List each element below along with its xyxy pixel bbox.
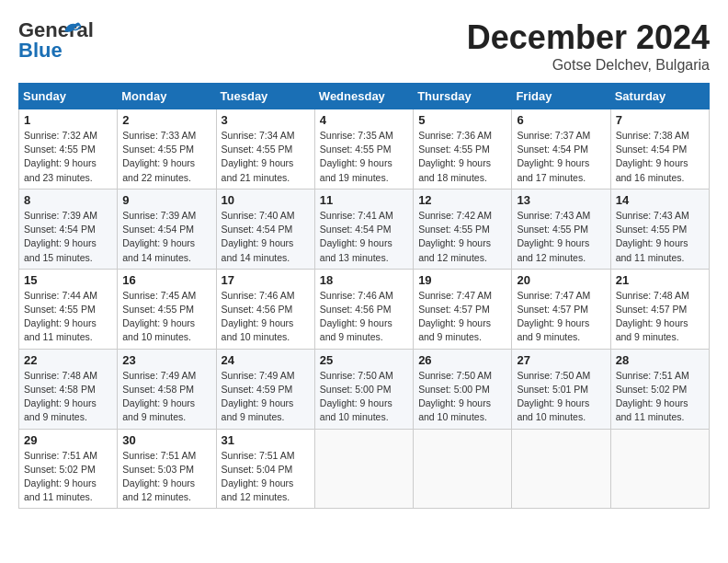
table-row: 26 Sunrise: 7:50 AMSunset: 5:00 PMDaylig… bbox=[414, 349, 512, 429]
day-number: 3 bbox=[222, 113, 310, 127]
day-number: 2 bbox=[122, 113, 210, 127]
day-info: Sunrise: 7:34 AMSunset: 4:55 PMDaylight:… bbox=[222, 130, 295, 183]
logo-blue-text: Blue bbox=[18, 39, 63, 63]
table-row bbox=[512, 429, 610, 509]
table-row: 8 Sunrise: 7:39 AMSunset: 4:54 PMDayligh… bbox=[19, 189, 118, 269]
calendar-week-row: 22 Sunrise: 7:48 AMSunset: 4:58 PMDaylig… bbox=[19, 349, 710, 429]
table-row: 18 Sunrise: 7:46 AMSunset: 4:56 PMDaylig… bbox=[314, 269, 413, 349]
day-info: Sunrise: 7:33 AMSunset: 4:55 PMDaylight:… bbox=[122, 130, 196, 183]
day-number: 20 bbox=[517, 273, 605, 287]
table-row: 9 Sunrise: 7:39 AMSunset: 4:54 PMDayligh… bbox=[118, 189, 216, 269]
day-info: Sunrise: 7:50 AMSunset: 5:00 PMDaylight:… bbox=[418, 370, 492, 423]
day-number: 6 bbox=[517, 113, 605, 127]
header-sunday: Sunday bbox=[19, 84, 118, 109]
day-number: 26 bbox=[418, 353, 506, 367]
logo-bird-icon bbox=[63, 18, 83, 39]
table-row: 24 Sunrise: 7:49 AMSunset: 4:59 PMDaylig… bbox=[216, 349, 314, 429]
table-row bbox=[314, 429, 413, 509]
day-info: Sunrise: 7:35 AMSunset: 4:55 PMDaylight:… bbox=[320, 130, 393, 183]
day-number: 21 bbox=[616, 273, 704, 287]
day-number: 22 bbox=[24, 353, 112, 367]
day-number: 27 bbox=[517, 353, 605, 367]
day-info: Sunrise: 7:49 AMSunset: 4:59 PMDaylight:… bbox=[222, 370, 295, 423]
day-info: Sunrise: 7:45 AMSunset: 4:55 PMDaylight:… bbox=[122, 290, 196, 343]
table-row: 30 Sunrise: 7:51 AMSunset: 5:03 PMDaylig… bbox=[118, 429, 216, 509]
table-row: 6 Sunrise: 7:37 AMSunset: 4:54 PMDayligh… bbox=[512, 109, 610, 190]
table-row: 19 Sunrise: 7:47 AMSunset: 4:57 PMDaylig… bbox=[414, 269, 512, 349]
day-number: 17 bbox=[222, 273, 310, 287]
table-row: 11 Sunrise: 7:41 AMSunset: 4:54 PMDaylig… bbox=[314, 189, 413, 269]
weekday-header-row: Sunday Monday Tuesday Wednesday Thursday… bbox=[19, 84, 710, 109]
day-info: Sunrise: 7:38 AMSunset: 4:54 PMDaylight:… bbox=[616, 130, 689, 183]
table-row: 5 Sunrise: 7:36 AMSunset: 4:55 PMDayligh… bbox=[414, 109, 512, 190]
header-monday: Monday bbox=[118, 84, 216, 109]
day-info: Sunrise: 7:36 AMSunset: 4:55 PMDaylight:… bbox=[418, 130, 492, 183]
table-row: 31 Sunrise: 7:51 AMSunset: 5:04 PMDaylig… bbox=[216, 429, 314, 509]
day-info: Sunrise: 7:47 AMSunset: 4:57 PMDaylight:… bbox=[418, 290, 492, 343]
day-number: 23 bbox=[122, 353, 210, 367]
location: Gotse Delchev, Bulgaria bbox=[467, 57, 710, 74]
table-row: 17 Sunrise: 7:46 AMSunset: 4:56 PMDaylig… bbox=[216, 269, 314, 349]
logo: General Blue bbox=[18, 18, 64, 57]
day-number: 12 bbox=[418, 193, 506, 207]
day-info: Sunrise: 7:51 AMSunset: 5:04 PMDaylight:… bbox=[222, 450, 295, 503]
header: General Blue December 2024 Gotse Delchev… bbox=[18, 18, 710, 74]
table-row: 21 Sunrise: 7:48 AMSunset: 4:57 PMDaylig… bbox=[610, 269, 709, 349]
day-info: Sunrise: 7:50 AMSunset: 5:01 PMDaylight:… bbox=[517, 370, 590, 423]
day-number: 11 bbox=[320, 193, 408, 207]
day-info: Sunrise: 7:49 AMSunset: 4:58 PMDaylight:… bbox=[122, 370, 196, 423]
day-number: 13 bbox=[517, 193, 605, 207]
calendar-table: Sunday Monday Tuesday Wednesday Thursday… bbox=[18, 83, 710, 509]
header-thursday: Thursday bbox=[414, 84, 512, 109]
day-number: 18 bbox=[320, 273, 408, 287]
day-info: Sunrise: 7:50 AMSunset: 5:00 PMDaylight:… bbox=[320, 370, 393, 423]
month-title: December 2024 bbox=[467, 18, 710, 57]
day-number: 30 bbox=[122, 433, 210, 447]
day-info: Sunrise: 7:39 AMSunset: 4:54 PMDaylight:… bbox=[24, 210, 97, 263]
table-row: 14 Sunrise: 7:43 AMSunset: 4:55 PMDaylig… bbox=[610, 189, 709, 269]
table-row: 4 Sunrise: 7:35 AMSunset: 4:55 PMDayligh… bbox=[314, 109, 413, 190]
day-number: 4 bbox=[320, 113, 408, 127]
day-info: Sunrise: 7:41 AMSunset: 4:54 PMDaylight:… bbox=[320, 210, 393, 263]
table-row: 23 Sunrise: 7:49 AMSunset: 4:58 PMDaylig… bbox=[118, 349, 216, 429]
header-saturday: Saturday bbox=[610, 84, 709, 109]
day-number: 25 bbox=[320, 353, 408, 367]
calendar-week-row: 15 Sunrise: 7:44 AMSunset: 4:55 PMDaylig… bbox=[19, 269, 710, 349]
table-row: 10 Sunrise: 7:40 AMSunset: 4:54 PMDaylig… bbox=[216, 189, 314, 269]
day-number: 14 bbox=[616, 193, 704, 207]
day-number: 28 bbox=[616, 353, 704, 367]
day-info: Sunrise: 7:48 AMSunset: 4:57 PMDaylight:… bbox=[616, 290, 689, 343]
day-info: Sunrise: 7:48 AMSunset: 4:58 PMDaylight:… bbox=[24, 370, 97, 423]
table-row: 2 Sunrise: 7:33 AMSunset: 4:55 PMDayligh… bbox=[118, 109, 216, 190]
day-info: Sunrise: 7:51 AMSunset: 5:02 PMDaylight:… bbox=[24, 450, 97, 503]
day-info: Sunrise: 7:37 AMSunset: 4:54 PMDaylight:… bbox=[517, 130, 590, 183]
table-row: 3 Sunrise: 7:34 AMSunset: 4:55 PMDayligh… bbox=[216, 109, 314, 190]
table-row: 12 Sunrise: 7:42 AMSunset: 4:55 PMDaylig… bbox=[414, 189, 512, 269]
day-info: Sunrise: 7:44 AMSunset: 4:55 PMDaylight:… bbox=[24, 290, 97, 343]
calendar-week-row: 8 Sunrise: 7:39 AMSunset: 4:54 PMDayligh… bbox=[19, 189, 710, 269]
day-info: Sunrise: 7:46 AMSunset: 4:56 PMDaylight:… bbox=[222, 290, 295, 343]
day-number: 31 bbox=[222, 433, 310, 447]
day-info: Sunrise: 7:51 AMSunset: 5:02 PMDaylight:… bbox=[616, 370, 689, 423]
table-row: 20 Sunrise: 7:47 AMSunset: 4:57 PMDaylig… bbox=[512, 269, 610, 349]
table-row: 13 Sunrise: 7:43 AMSunset: 4:55 PMDaylig… bbox=[512, 189, 610, 269]
title-area: December 2024 Gotse Delchev, Bulgaria bbox=[467, 18, 710, 74]
day-number: 5 bbox=[418, 113, 506, 127]
table-row: 28 Sunrise: 7:51 AMSunset: 5:02 PMDaylig… bbox=[610, 349, 709, 429]
day-number: 1 bbox=[24, 113, 112, 127]
day-number: 9 bbox=[122, 193, 210, 207]
table-row: 29 Sunrise: 7:51 AMSunset: 5:02 PMDaylig… bbox=[19, 429, 118, 509]
day-info: Sunrise: 7:40 AMSunset: 4:54 PMDaylight:… bbox=[222, 210, 295, 263]
table-row bbox=[610, 429, 709, 509]
day-number: 29 bbox=[24, 433, 112, 447]
table-row: 7 Sunrise: 7:38 AMSunset: 4:54 PMDayligh… bbox=[610, 109, 709, 190]
table-row bbox=[414, 429, 512, 509]
day-info: Sunrise: 7:42 AMSunset: 4:55 PMDaylight:… bbox=[418, 210, 492, 263]
day-number: 10 bbox=[222, 193, 310, 207]
day-info: Sunrise: 7:43 AMSunset: 4:55 PMDaylight:… bbox=[517, 210, 590, 263]
day-info: Sunrise: 7:43 AMSunset: 4:55 PMDaylight:… bbox=[616, 210, 689, 263]
header-wednesday: Wednesday bbox=[314, 84, 413, 109]
day-info: Sunrise: 7:32 AMSunset: 4:55 PMDaylight:… bbox=[24, 130, 97, 183]
table-row: 15 Sunrise: 7:44 AMSunset: 4:55 PMDaylig… bbox=[19, 269, 118, 349]
table-row: 25 Sunrise: 7:50 AMSunset: 5:00 PMDaylig… bbox=[314, 349, 413, 429]
